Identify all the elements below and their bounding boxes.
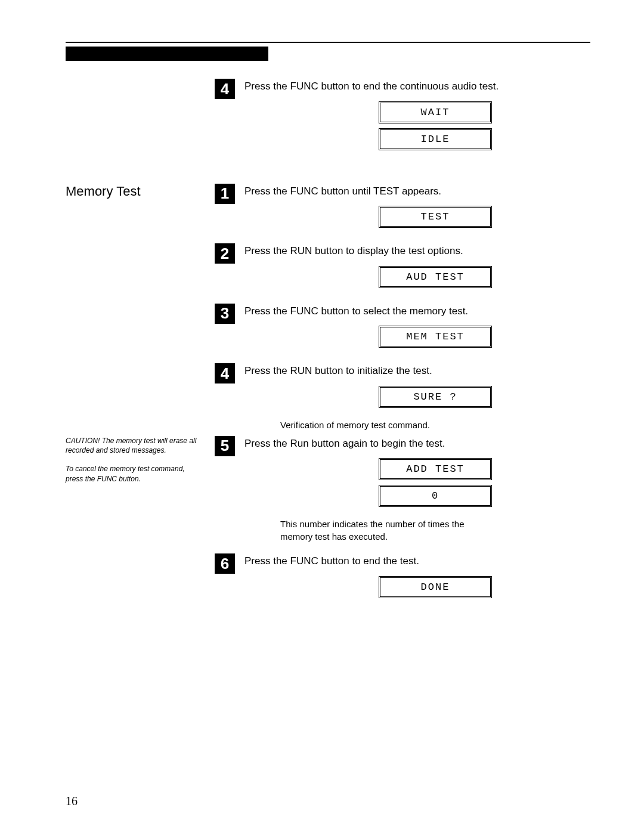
- lcd-display: WAIT: [379, 101, 492, 123]
- step-body: Press the FUNC button until TEST appears…: [244, 184, 590, 239]
- step-number-col: 2: [215, 243, 244, 264]
- display-group: SURE ?: [280, 386, 590, 413]
- display-group: AUD TEST: [280, 266, 590, 293]
- step-body: Press the FUNC button to select the memo…: [244, 304, 590, 359]
- instruction-text: Press the FUNC button until TEST appears…: [244, 184, 590, 199]
- instruction-text: Press the RUN button to display the test…: [244, 243, 590, 259]
- lcd-display: ADD TEST: [379, 458, 492, 480]
- instruction-text: Press the FUNC button to select the memo…: [244, 304, 590, 319]
- step-row: 6 Press the FUNC button to end the test.…: [66, 553, 590, 609]
- step-number-col: 4: [215, 363, 244, 383]
- page-content: 4 Press the FUNC button to end the conti…: [66, 79, 590, 609]
- step-number-col: 3: [215, 304, 244, 324]
- caution-note: CAUTION! The memory test will erase all …: [66, 436, 203, 456]
- cancel-note: To cancel the memory test command, press…: [66, 464, 203, 484]
- lcd-display: 0: [379, 485, 492, 507]
- step-number-col: 1: [215, 184, 244, 204]
- step-row: 3 Press the FUNC button to select the me…: [66, 304, 590, 359]
- step-number-col: 4: [215, 79, 244, 99]
- display-caption: Verification of memory test command.: [280, 419, 483, 431]
- instruction-text: Press the FUNC button to end the test.: [244, 553, 590, 569]
- display-group: MEM TEST: [280, 326, 590, 352]
- intro-step-row: 4 Press the FUNC button to end the conti…: [66, 79, 590, 161]
- display-caption: This number indicates the number of time…: [280, 518, 483, 543]
- lcd-display: SURE ?: [379, 386, 492, 408]
- page-number: 16: [66, 794, 78, 808]
- step-body: Press the FUNC button to end the test. D…: [244, 553, 590, 609]
- lcd-display: IDLE: [379, 128, 492, 150]
- step-number-badge: 3: [215, 304, 235, 324]
- lcd-display: AUD TEST: [379, 266, 492, 288]
- step-row: Memory Test 1 Press the FUNC button unti…: [66, 184, 590, 239]
- instruction-text: Press the FUNC button to end the continu…: [244, 79, 590, 94]
- step-number-col: 6: [215, 553, 244, 574]
- header-rule: [66, 42, 590, 43]
- step-row: 2 Press the RUN button to display the te…: [66, 243, 590, 299]
- step-body: Press the Run button again to begin the …: [244, 436, 590, 543]
- instruction-text: Press the Run button again to begin the …: [244, 436, 590, 451]
- step-number-badge: 1: [215, 184, 235, 204]
- step-number-badge: 5: [215, 436, 235, 456]
- caption-wrap: This number indicates the number of time…: [280, 518, 519, 543]
- step-number-badge: 6: [215, 553, 235, 574]
- step-body: Press the RUN button to initialize the t…: [244, 363, 590, 431]
- step-number-col: 5: [215, 436, 244, 456]
- step-body: Press the RUN button to display the test…: [244, 243, 590, 299]
- display-group: TEST: [280, 206, 590, 233]
- step-row: CAUTION! The memory test will erase all …: [66, 436, 590, 543]
- step-number-badge: 2: [215, 243, 235, 264]
- step-body: Press the FUNC button to end the continu…: [244, 79, 590, 161]
- section-heading: Memory Test: [66, 184, 203, 199]
- display-group: ADD TEST 0: [280, 458, 590, 512]
- step-row: 4 Press the RUN button to initialize the…: [66, 363, 590, 431]
- caption-wrap: Verification of memory test command.: [280, 419, 519, 431]
- display-group: WAIT IDLE: [280, 101, 590, 155]
- sidebar-notes-col: CAUTION! The memory test will erase all …: [66, 436, 215, 493]
- instruction-text: Press the RUN button to initialize the t…: [244, 363, 590, 379]
- display-group: DONE: [280, 576, 590, 603]
- section-heading-col: Memory Test: [66, 184, 215, 199]
- step-number-badge: 4: [215, 363, 235, 383]
- step-number-badge: 4: [215, 79, 235, 99]
- lcd-display: TEST: [379, 206, 492, 228]
- lcd-display: MEM TEST: [379, 326, 492, 348]
- header-black-bar: [66, 47, 268, 61]
- lcd-display: DONE: [379, 576, 492, 598]
